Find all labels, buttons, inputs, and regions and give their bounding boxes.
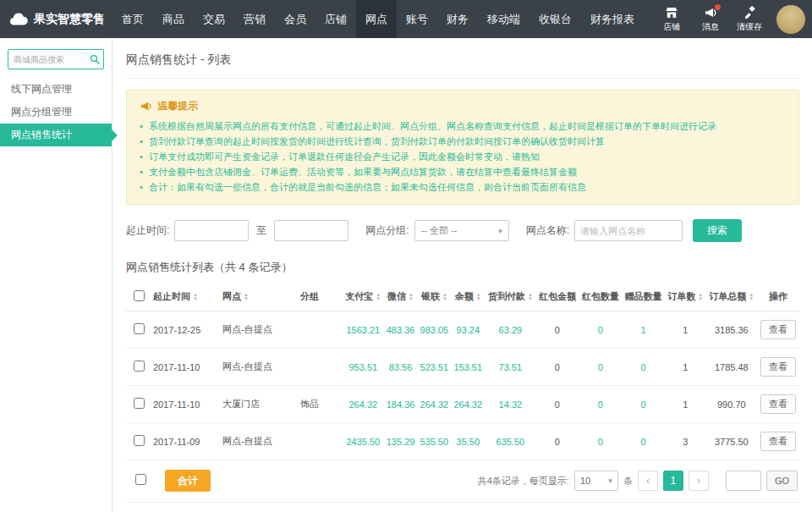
cell-unionpay: 983.05 [418,311,452,349]
cell-date: 2017-11-10 [151,349,221,386]
pagination: 共4条记录，每页显示: 10 ▾ 条 ‹ 1 › GO [478,471,798,491]
outlet-group-label: 网点分组: [365,223,409,238]
row-checkbox[interactable] [134,323,145,334]
page-button-1[interactable]: 1 [663,471,683,491]
nav-item-trade[interactable]: 交易 [194,0,234,38]
clear-cache-tool-button[interactable]: 清缓存 [730,0,769,38]
sort-icon[interactable]: ▲▼ [528,293,533,301]
cell-unionpay: 523.51 [418,349,452,386]
col-header-balance: 余额 [455,291,474,301]
view-button[interactable]: 查看 [760,357,796,377]
cell-alipay: 264.32 [343,386,384,423]
cell-redpacket-amount: 0 [536,423,579,460]
goto-page-input[interactable] [726,471,761,491]
sort-icon[interactable]: ▲▼ [376,293,381,301]
per-page-unit: 条 [623,475,633,487]
sort-icon[interactable]: ▲▼ [476,293,481,301]
nav-item-mobile[interactable]: 移动端 [478,0,529,38]
app-logo[interactable]: 果实智慧零售 [0,0,112,38]
notice-line: 合计：如果有勾选一些信息，合计的就是当前勾选的信息；如果未勾选任何信息，则合计当… [140,179,786,195]
sort-icon[interactable]: ▲▼ [409,293,414,301]
nav-item-member[interactable]: 会员 [275,0,315,38]
cell-redpacket-count: 0 [579,423,622,460]
cell-gift-count: 0 [622,386,665,423]
to-label: 至 [256,223,266,238]
sales-stats-table: 起止时间▲▼ 网点▲▼ 分组 支付宝▲▼ 微信▲▼ 银联▲▼ 余额▲▼ 货到付款… [126,283,799,460]
notice-heading-row: 温馨提示 [140,99,786,113]
sort-icon[interactable]: ▲▼ [442,293,447,301]
sort-icon[interactable]: ▲▼ [698,293,703,301]
messages-tool-button[interactable]: 消息 [691,0,730,38]
total-button[interactable]: 合计 [165,470,211,492]
cell-alipay: 1563.21 [343,311,384,349]
notice-heading: 温馨提示 [157,99,198,113]
outlet-group-select[interactable]: -- 全部 -- ▾ [414,220,509,241]
nav-item-account[interactable]: 账号 [397,0,437,38]
sort-icon[interactable]: ▲▼ [193,293,198,301]
cell-order-count: 1 [665,311,706,349]
notification-badge [715,4,721,10]
search-button[interactable]: 搜索 [693,219,742,242]
nav-item-goods[interactable]: 商品 [153,0,194,38]
cloud-logo-icon [8,13,29,25]
per-page-value: 10 [580,476,590,486]
sidebar-item-outlet-sales-stats[interactable]: 网点销售统计 [0,124,112,146]
nav-item-finance[interactable]: 财务 [437,0,478,38]
sidebar-item-offline-outlet-management[interactable]: 线下网点管理 [0,78,112,101]
shop-tool-label: 店铺 [663,21,680,33]
sidebar: 线下网点管理 网点分组管理 网点销售统计 [0,38,112,512]
filter-bar: 起止时间: 至 网点分组: -- 全部 -- ▾ 网点名称: 搜索 [126,219,799,242]
per-page-select[interactable]: 10 ▾ [574,471,618,491]
table-header-row: 起止时间▲▼ 网点▲▼ 分组 支付宝▲▼ 微信▲▼ 银联▲▼ 余额▲▼ 货到付款… [126,283,799,311]
footer-select-checkbox[interactable] [135,474,146,485]
start-date-input[interactable] [174,220,249,241]
cell-date: 2017-12-25 [151,311,221,349]
col-header-order-total: 订单总额 [709,291,746,301]
nav-item-shop[interactable]: 店铺 [315,0,356,38]
cell-date: 2017-11-10 [151,386,221,423]
table-row: 2017-11-09 网点-自提点 2435.50 135.29 535.50 … [126,423,799,460]
row-checkbox[interactable] [134,435,145,446]
table-footer: 合计 共4条记录，每页显示: 10 ▾ 条 ‹ 1 › GO [126,462,799,503]
go-button[interactable]: GO [766,471,798,491]
view-button[interactable]: 查看 [760,432,796,451]
cell-wechat: 135.29 [384,423,418,460]
cell-redpacket-amount: 0 [536,349,579,386]
cell-group [299,423,343,460]
search-icon[interactable] [90,54,100,64]
nav-item-cashier[interactable]: 收银台 [529,0,581,38]
cell-balance: 264.32 [451,386,485,423]
app-logo-text: 果实智慧零售 [34,12,105,27]
sort-icon[interactable]: ▲▼ [749,293,754,301]
col-header-order-count: 订单数 [667,291,695,301]
row-checkbox[interactable] [134,398,145,409]
col-header-outlet: 网点 [222,291,241,301]
prev-page-button[interactable]: ‹ [638,471,658,491]
notice-list: 系统根据自然周展示网点的所有支付信息，可通过起止时间、网点分组、网点名称查询支付… [140,118,786,195]
clear-cache-tool-label: 清缓存 [737,21,762,33]
main-content: 网点销售统计 - 列表 温馨提示 系统根据自然周展示网点的所有支付信息，可通过起… [113,38,812,512]
user-avatar[interactable] [776,5,805,34]
notice-line: 订单支付成功即可产生资金记录，订单退款任何途径会产生记录，因此金额会时常变动，请… [140,149,786,164]
main-nav: 首页 商品 交易 营销 会员 店铺 网点 账号 财务 移动端 收银台 财务报表 [112,0,644,38]
shop-tool-button[interactable]: 店铺 [652,0,691,38]
cell-redpacket-count: 0 [579,386,622,423]
nav-item-marketing[interactable]: 营销 [234,0,275,38]
nav-item-outlet[interactable]: 网点 [356,0,397,38]
sort-icon[interactable]: ▲▼ [244,293,249,301]
cell-order-count: 1 [665,386,706,423]
shop-icon [665,6,678,19]
cell-unionpay: 264.32 [418,386,452,423]
nav-item-finance-report[interactable]: 财务报表 [581,0,644,38]
row-checkbox[interactable] [134,361,145,372]
view-button[interactable]: 查看 [760,320,796,339]
cell-order-total: 3185.36 [706,311,757,349]
sidebar-item-outlet-group-management[interactable]: 网点分组管理 [0,101,112,124]
outlet-name-input[interactable] [574,220,683,241]
end-date-input[interactable] [274,220,348,241]
view-button[interactable]: 查看 [760,394,796,414]
next-page-button[interactable]: › [689,471,709,491]
nav-item-home[interactable]: 首页 [112,0,153,38]
cell-gift-count: 0 [622,349,665,386]
select-all-checkbox[interactable] [134,290,145,301]
